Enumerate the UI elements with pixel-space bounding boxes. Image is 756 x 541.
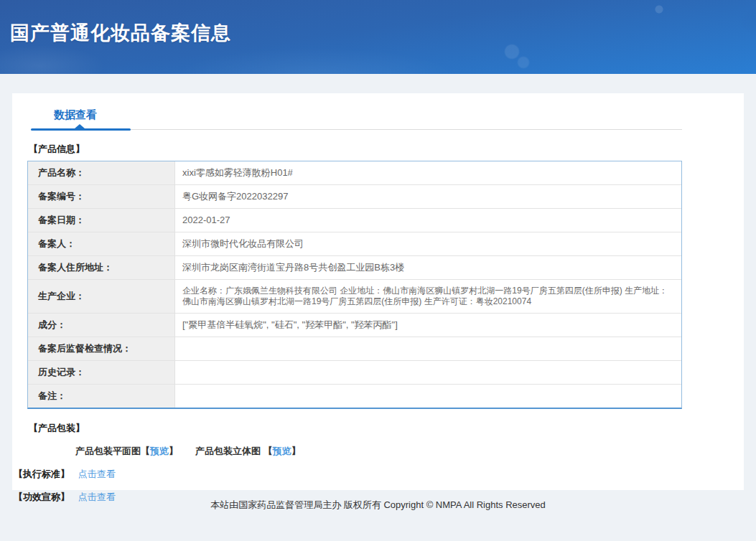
row-value: 深圳市微时代化妆品有限公司 [175,232,681,256]
row-value: ["聚甲基倍半硅氧烷", "硅石", "羟苯甲酯", "羟苯丙酯"] [175,314,681,337]
bracket-close: 】 [291,446,301,456]
row-label: 历史记录： [28,361,175,385]
row-label: 产品名称： [28,161,175,185]
table-row-registration-number: 备案编号： 粤G妆网备字2022032297 [28,185,681,209]
row-value [175,361,681,385]
packaging-3d-label: 产品包装立体图 [195,446,261,456]
table-row-product-name: 产品名称： xixi零感如雾轻薄散粉H01# [28,161,681,185]
row-value: xixi零感如雾轻薄散粉H01# [175,161,681,185]
content-card: 数据查看 【产品信息】 产品名称： xixi零感如雾轻薄散粉H01# 备案编号：… [12,93,744,490]
row-label: 备注： [28,385,175,408]
bracket-close: 】 [169,446,178,456]
table-row-registrant-address: 备案人住所地址： 深圳市龙岗区南湾街道宝丹路8号共创盈工业园B栋3楼 [28,256,681,280]
section-title-product-info: 【产品信息】 [29,143,682,156]
packaging-flat-label: 产品包装平面图 [75,446,141,456]
section-title-packaging: 【产品包装】 [29,422,682,435]
tab-strip: 数据查看 [31,93,682,130]
bracket-open: 【 [141,446,150,456]
packaging-3d-preview-link[interactable]: 预览 [273,446,291,456]
row-value: 企业名称：广东娥佩兰生物科技有限公司 企业地址：佛山市南海区狮山镇罗村北湖一路1… [175,280,681,314]
row-value: 2022-01-27 [175,209,681,232]
table-row-supervision-check: 备案后监督检查情况： [28,337,681,361]
standard-view-link[interactable]: 点击查看 [78,469,116,479]
section-title-standard: 【执行标准】 [14,469,70,479]
row-label: 备案人住所地址： [28,256,175,280]
row-label: 成分： [28,314,175,337]
standard-section: 【执行标准】 点击查看 [14,468,744,481]
table-row-registrant: 备案人： 深圳市微时代化妆品有限公司 [28,232,681,256]
row-value: 深圳市龙岗区南湾街道宝丹路8号共创盈工业园B栋3楼 [175,256,681,280]
product-info-table: 产品名称： xixi零感如雾轻薄散粉H01# 备案编号： 粤G妆网备字20220… [27,161,682,409]
product-info-section: 【产品信息】 产品名称： xixi零感如雾轻薄散粉H01# 备案编号： 粤G妆网… [27,143,682,409]
table-row-registration-date: 备案日期： 2022-01-27 [28,209,681,232]
row-label: 备案编号： [28,185,175,209]
tab-active-underline [31,128,131,131]
table-row-remarks: 备注： [28,385,681,408]
packaging-section: 【产品包装】 产品包装平面图【预览】产品包装立体图 【预览】 [27,422,682,458]
page-title: 国产普通化妆品备案信息 [0,0,756,46]
packaging-row: 产品包装平面图【预览】产品包装立体图 【预览】 [75,445,682,458]
packaging-3d-item: 产品包装立体图 【预览】 [195,446,301,456]
row-label: 生产企业： [28,280,175,314]
row-label: 备案人： [28,232,175,256]
tab-pointer-triangle [75,124,85,128]
table-row-manufacturer: 生产企业： 企业名称：广东娥佩兰生物科技有限公司 企业地址：佛山市南海区狮山镇罗… [28,280,681,314]
table-row-history: 历史记录： [28,361,681,385]
row-label: 备案后监督检查情况： [28,337,175,361]
bracket-open: 【 [263,446,273,456]
tab-divider [31,129,682,130]
row-value: 粤G妆网备字2022032297 [175,185,681,209]
packaging-flat-preview-link[interactable]: 预览 [150,446,169,456]
packaging-flat-item: 产品包装平面图【预览】 [75,446,178,456]
section-title-efficacy: 【功效宣称】 [14,491,70,502]
row-value [175,337,681,361]
page-header: 国产普通化妆品备案信息 [0,0,756,74]
efficacy-view-link[interactable]: 点击查看 [78,491,116,502]
row-label: 备案日期： [28,209,175,232]
row-value [175,385,681,408]
table-row-ingredients: 成分： ["聚甲基倍半硅氧烷", "硅石", "羟苯甲酯", "羟苯丙酯"] [28,314,681,337]
